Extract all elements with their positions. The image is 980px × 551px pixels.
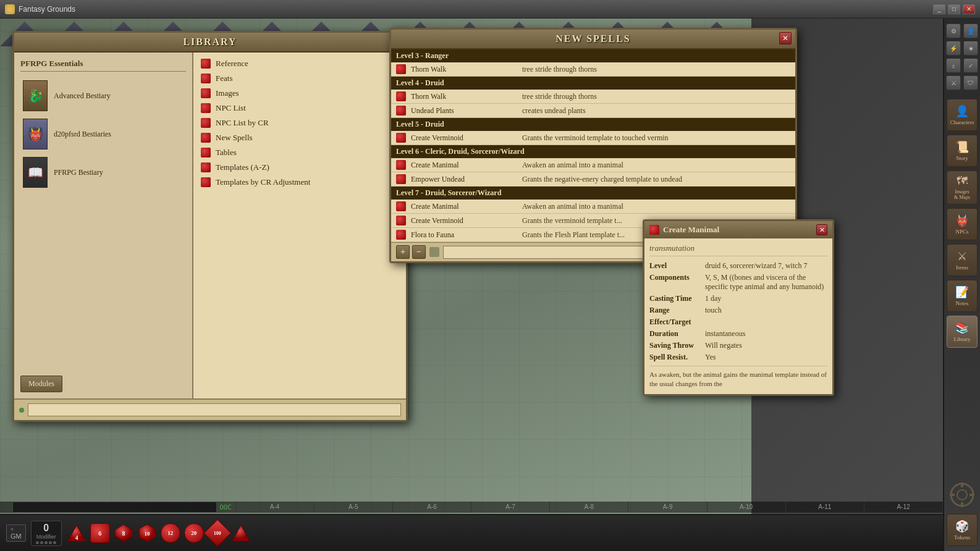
spell-icon-create-verminoid-5	[396, 133, 406, 143]
die-d100[interactable]: 100	[203, 519, 231, 547]
library-item-tables[interactable]: Tables	[197, 145, 402, 160]
die-d20[interactable]: 20	[184, 523, 204, 543]
spell-prop-spell-resist: Spell Resist. Yes	[649, 353, 827, 362]
spell-prop-components-label: Components	[649, 273, 705, 292]
spell-detail-close-button[interactable]: ✕	[816, 224, 827, 235]
module-name-d20pfsrd: d20pfsrd Bestiaries	[54, 130, 111, 139]
library-item-templates-cr[interactable]: Templates by CR Adjustment	[197, 175, 402, 190]
svg-rect-9	[961, 482, 963, 487]
spell-section-level4-druid: Level 4 - Druid	[391, 77, 795, 90]
search-status-indicator	[19, 408, 24, 413]
nav-items-button[interactable]: ⚔ Items	[947, 244, 978, 276]
spells-title: New Spells	[555, 33, 631, 44]
nav-characters-button[interactable]: 👤 Characters	[947, 99, 978, 131]
toolbar-icon-star[interactable]: ★	[963, 41, 978, 56]
spell-undead-plants[interactable]: Undead Plants creates undead plants	[391, 104, 795, 118]
toolbar-icon-sword[interactable]: ⚔	[946, 75, 961, 90]
die-d8[interactable]: 8	[114, 523, 133, 543]
spells-close-button[interactable]: ✕	[779, 32, 792, 44]
spell-name-thorn-walk-ranger: Thorn Walk	[411, 65, 522, 74]
characters-icon: 👤	[955, 104, 969, 118]
spell-detail-header: Create Manimal ✕	[644, 221, 832, 238]
spells-content: Level 3 - Ranger Thorn Walk tree stride …	[391, 49, 795, 242]
grid-label-a6: A-6	[393, 502, 471, 513]
spells-remove-button[interactable]: −	[412, 245, 426, 259]
library-item-npc-list[interactable]: NPC List	[197, 101, 402, 116]
spell-thorn-walk-druid[interactable]: Thorn Walk tree stride through thorns	[391, 90, 795, 104]
svg-point-8	[957, 490, 967, 500]
modifier-box: 0 Modifier	[31, 521, 62, 546]
spell-prop-level-label: Level	[649, 261, 705, 271]
die-d12[interactable]: 12	[161, 523, 180, 543]
nav-npcs-button[interactable]: 👹 NPCs	[947, 208, 978, 240]
spell-prop-components: Components V, S, M ((bones and viscera o…	[649, 273, 827, 292]
spell-create-verminoid-5[interactable]: Create Verminoid Grants the verminoid te…	[391, 131, 795, 145]
spell-school: transmutation	[649, 243, 827, 256]
die-d6[interactable]: 6	[90, 523, 110, 543]
nav-notes-button[interactable]: 📝 Notes	[947, 280, 978, 312]
nav-story-button[interactable]: 📜 Story	[947, 135, 978, 167]
spell-prop-spell-resist-value: Yes	[705, 353, 827, 362]
module-item-advanced-bestiary[interactable]: 🐉 Advanced Bestiary	[20, 77, 186, 115]
library-item-new-spells[interactable]: New Spells	[197, 130, 402, 145]
spell-prop-range-label: Range	[649, 306, 705, 315]
feats-icon	[201, 74, 211, 83]
toolbar-icon-hammer[interactable]: ⚙	[946, 23, 961, 38]
library-item-npc-list-cr[interactable]: NPC List by CR	[197, 116, 402, 130]
toolbar-icon-person[interactable]: 👤	[963, 23, 978, 38]
story-icon: 📜	[955, 140, 969, 154]
spell-create-manimal-7[interactable]: Create Manimal Awaken an animal into a m…	[391, 200, 795, 214]
library-content: PFRPG Essentials 🐉 Advanced Bestiary 👹 d…	[14, 53, 406, 398]
spell-prop-effect-target-label: Effect/Target	[649, 318, 705, 327]
images-maps-icon: 🗺	[957, 175, 968, 188]
svg-text:8: 8	[122, 530, 125, 537]
spell-icon-create-verminoid-7	[396, 216, 406, 225]
nav-library-button[interactable]: 📚 Library	[947, 316, 978, 348]
library-items-panel: Reference Feats Images NPC List NPC List…	[193, 53, 406, 398]
library-item-feats[interactable]: Feats	[197, 71, 402, 86]
spells-add-button[interactable]: +	[396, 245, 410, 259]
spell-empower-undead[interactable]: Empower Undead Grants the negative-enery…	[391, 172, 795, 187]
module-cover-advanced-bestiary: 🐉	[23, 80, 48, 111]
spell-prop-level-value: druid 6, sorcerer/wizard 7, witch 7	[705, 261, 827, 271]
tokens-icon: 🎲	[955, 519, 969, 533]
die-d4-alt[interactable]	[231, 523, 251, 543]
spell-prop-casting-time-label: Casting Time	[649, 294, 705, 303]
toolbar-icon-check[interactable]: ✓	[963, 58, 978, 73]
die-d10[interactable]: 10	[137, 523, 157, 543]
grid-label-a9: A-9	[628, 502, 707, 513]
new-spells-icon	[201, 133, 211, 143]
spell-thorn-walk-ranger[interactable]: Thorn Walk tree stride through thorns	[391, 62, 795, 77]
npc-list-cr-icon	[201, 118, 211, 128]
tables-label: Tables	[216, 148, 237, 158]
grid-label-a5: A-5	[315, 502, 393, 513]
module-item-pfrpg-bestiary[interactable]: 📖 PFRPG Bestiary	[20, 153, 186, 191]
toolbar-icon-plus[interactable]: ±	[946, 58, 961, 73]
library-item-reference[interactable]: Reference	[197, 56, 402, 71]
nav-images-maps-button[interactable]: 🗺 Images & Maps	[947, 170, 978, 204]
modules-button[interactable]: Modules	[20, 376, 62, 392]
dot-5	[53, 541, 56, 544]
spell-name-create-manimal-7: Create Manimal	[411, 202, 522, 211]
toolbar-icon-shield[interactable]: 🛡	[963, 75, 978, 90]
die-d4[interactable]: 4	[67, 523, 87, 543]
library-item-images[interactable]: Images	[197, 86, 402, 101]
nav-tokens-button[interactable]: 🎲 Tokens	[947, 514, 978, 546]
spell-name-create-verminoid-5: Create Verminoid	[411, 133, 522, 143]
modifier-value: 0	[43, 523, 49, 534]
grid-label-a12: A-12	[864, 502, 943, 513]
library-item-templates-az[interactable]: Templates (A-Z)	[197, 160, 402, 175]
library-search-input[interactable]	[28, 403, 401, 416]
module-item-d20pfsrd[interactable]: 👹 d20pfsrd Bestiaries	[20, 115, 186, 153]
library-title: Library	[183, 36, 237, 47]
reference-label: Reference	[216, 59, 248, 69]
maximize-button[interactable]: □	[948, 4, 960, 14]
svg-text:4: 4	[75, 534, 78, 541]
minimize-button[interactable]: _	[933, 4, 945, 14]
window-controls[interactable]: _ □ ✕	[933, 4, 975, 14]
spell-create-manimal-6[interactable]: Create Manimal Awaken an animal into a m…	[391, 158, 795, 172]
ooc-input[interactable]	[12, 502, 217, 513]
toolbar-icon-gear[interactable]: ⚡	[946, 41, 961, 56]
svg-text:10: 10	[144, 531, 150, 537]
close-app-button[interactable]: ✕	[963, 4, 975, 14]
